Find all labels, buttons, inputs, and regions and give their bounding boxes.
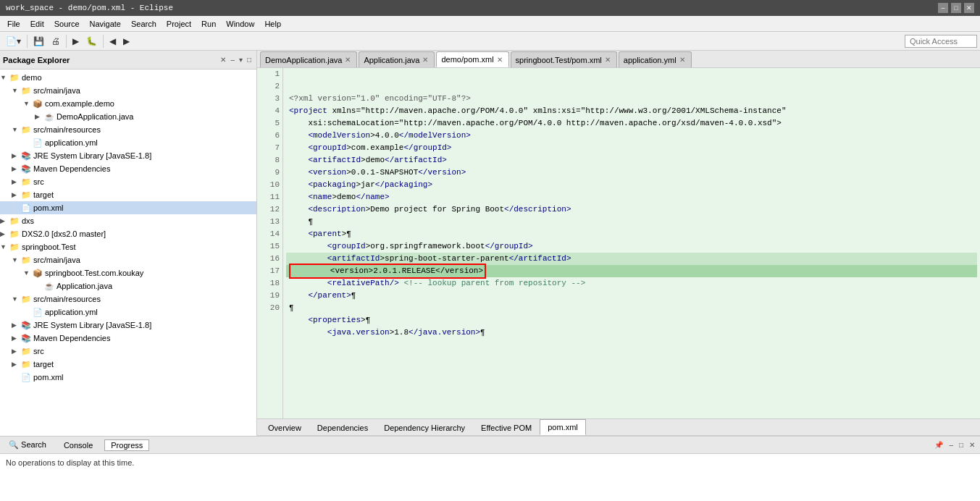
menu-search[interactable]: Search <box>127 18 161 30</box>
line-number: 18 <box>260 277 280 290</box>
tree-item[interactable]: ▼📁src/main/java <box>0 84 256 97</box>
panel-menu-button[interactable]: ▾ <box>237 55 245 64</box>
code-line: <java.version>1.8</java.version>¶ <box>286 327 977 339</box>
tree-item[interactable]: ▼📦com.example.demo <box>0 97 256 110</box>
editor-tab-tab2[interactable]: Application.java✕ <box>359 51 435 67</box>
menu-help[interactable]: Help <box>260 18 285 30</box>
code-content: <parent>¶ <box>289 228 351 240</box>
tree-item[interactable]: ▶📁target <box>0 358 256 371</box>
tree-item[interactable]: ▼📁src/main/resources <box>0 292 256 306</box>
panel-close-button[interactable]: ✕ <box>218 55 228 64</box>
minimize-button[interactable]: – <box>938 3 948 13</box>
menu-source[interactable]: Source <box>50 18 84 30</box>
menu-file[interactable]: File <box>3 18 25 30</box>
tree-node-icon: 📁 <box>9 228 20 240</box>
editor-scroll[interactable]: 1234567891011121314151617181920 <?xml ve… <box>257 68 980 418</box>
editor-tab-tab4[interactable]: springboot.Test/pom.xml✕ <box>511 51 617 67</box>
back-button[interactable]: ◀ <box>106 33 119 49</box>
editor-tab-close-button[interactable]: ✕ <box>679 56 685 64</box>
bottom-tab-dependency-hierarchy[interactable]: Dependency Hierarchy <box>376 419 473 435</box>
tree-item[interactable]: ▼📁demo <box>0 71 256 84</box>
tree-item[interactable]: ▶📁DXS2.0 [dxs2.0 master] <box>0 227 256 240</box>
lower-tab-search[interactable]: 🔍 Search <box>3 439 52 450</box>
forward-button[interactable]: ▶ <box>120 33 133 49</box>
tree-item[interactable]: ▼📁src/main/resources <box>0 123 256 136</box>
tree-item[interactable]: ▼📁src/main/java <box>0 253 256 266</box>
lower-panel-close-button[interactable]: ✕ <box>967 440 977 450</box>
editor-tab-tab5[interactable]: application.yml✕ <box>619 51 692 67</box>
editor-tab-label: application.yml <box>624 56 677 64</box>
lower-tab-console[interactable]: Console <box>58 440 99 450</box>
tree-node-icon: 📁 <box>20 85 32 96</box>
editor-tab-close-button[interactable]: ✕ <box>605 56 611 64</box>
menu-run[interactable]: Run <box>197 18 220 30</box>
tree-item[interactable]: ▶📚Maven Dependencies <box>0 162 256 175</box>
tree-item[interactable]: ▶📁src <box>0 175 256 188</box>
lower-panel-maximize-button[interactable]: □ <box>957 440 966 450</box>
menu-navigate[interactable]: Navigate <box>85 18 125 30</box>
run-button[interactable]: ▶ <box>70 33 82 49</box>
tree-node-icon: ☕ <box>43 111 55 122</box>
panel-maximize-button[interactable]: □ <box>245 55 254 64</box>
save-all-button[interactable]: 💾 <box>30 33 47 49</box>
tree-node-label: JRE System Library [JavaSE-1.8] <box>33 321 151 329</box>
line-number: 10 <box>260 179 280 191</box>
code-line: <version>2.0.1.RELEASE</version> <box>286 265 977 277</box>
editor-tab-tab3[interactable]: demo/pom.xml✕ <box>436 51 508 67</box>
tree-item[interactable]: ▶📁target <box>0 188 256 201</box>
tree-item[interactable]: ▶📚JRE System Library [JavaSE-1.8] <box>0 319 256 332</box>
tree-item[interactable]: ▶☕DemoApplication.java <box>0 110 256 123</box>
editor-tab-label: DemoApplication.java <box>265 56 342 64</box>
tree-item[interactable]: 📄application.yml <box>0 306 256 319</box>
tree-node-icon: 📁 <box>20 176 32 188</box>
tree-item[interactable]: ☕Application.java <box>0 279 256 292</box>
editor-tab-close-button[interactable]: ✕ <box>422 56 428 64</box>
panel-minimize-button[interactable]: – <box>228 55 237 64</box>
editor-tab-close-button[interactable]: ✕ <box>497 56 503 64</box>
bottom-tab-dependencies[interactable]: Dependencies <box>309 419 376 435</box>
tree-arrow-icon: ▶ <box>12 334 20 342</box>
tree-item[interactable]: ▼📁springboot.Test <box>0 240 256 253</box>
tree-node-label: pom.xml <box>33 373 64 382</box>
tree-item[interactable]: ▼📦springboot.Test.com.koukay <box>0 266 256 279</box>
line-number: 4 <box>260 105 280 117</box>
bottom-tab-pom-xml[interactable]: pom.xml <box>540 419 586 435</box>
menu-window[interactable]: Window <box>222 18 259 30</box>
print-button[interactable]: 🖨 <box>49 33 63 49</box>
tree-item[interactable]: ▶📚JRE System Library [JavaSE-1.8] <box>0 149 256 162</box>
code-area[interactable]: <?xml version="1.0" encoding="UTF-8"?><p… <box>283 68 980 418</box>
line-number: 8 <box>260 154 280 167</box>
tree-arrow-icon: ▶ <box>12 178 20 185</box>
tree-item[interactable]: ▶📚Maven Dependencies <box>0 332 256 345</box>
lower-tab-progress[interactable]: Progress <box>104 439 149 451</box>
tree-node-icon: 📁 <box>9 215 20 227</box>
package-explorer-header: Package Explorer ✕ – ▾ □ <box>0 51 256 70</box>
quick-access-input[interactable] <box>905 35 977 48</box>
line-number: 5 <box>260 117 280 130</box>
menu-project[interactable]: Project <box>162 18 196 30</box>
tree-item[interactable]: 📄pom.xml <box>0 201 256 214</box>
editor-tab-tab1[interactable]: DemoApplication.java✕ <box>260 51 357 67</box>
tree-item[interactable]: 📄pom.xml <box>0 371 256 384</box>
tree-node-icon: 📦 <box>32 267 43 279</box>
code-content: <java.version>1.8</java.version>¶ <box>289 327 485 339</box>
menu-edit[interactable]: Edit <box>26 18 49 30</box>
maximize-button[interactable]: □ <box>951 3 961 13</box>
code-line: ¶ <box>286 302 977 314</box>
code-content: </parent>¶ <box>289 290 356 302</box>
editor-tab-close-button[interactable]: ✕ <box>345 56 351 64</box>
tree-item[interactable]: 📄application.yml <box>0 136 256 149</box>
tree-item[interactable]: ▶📁src <box>0 345 256 358</box>
lower-panel-minimize-button[interactable]: – <box>947 440 955 450</box>
bottom-tab-overview[interactable]: Overview <box>260 419 309 435</box>
code-content: <properties>¶ <box>289 314 370 327</box>
tree-item[interactable]: ▶📁dxs <box>0 214 256 227</box>
lower-panel-pin-button[interactable]: 📌 <box>932 440 945 450</box>
bottom-tab-effective-pom[interactable]: Effective POM <box>473 419 540 435</box>
new-button[interactable]: 📄▾ <box>3 33 24 49</box>
debug-button[interactable]: 🐛 <box>83 33 100 49</box>
tree-node-label: demo <box>22 73 42 82</box>
code-content: <groupId>org.springframework.boot</group… <box>289 240 533 253</box>
editor-tab-label: demo/pom.xml <box>441 55 493 64</box>
close-button[interactable]: ✕ <box>964 3 974 13</box>
